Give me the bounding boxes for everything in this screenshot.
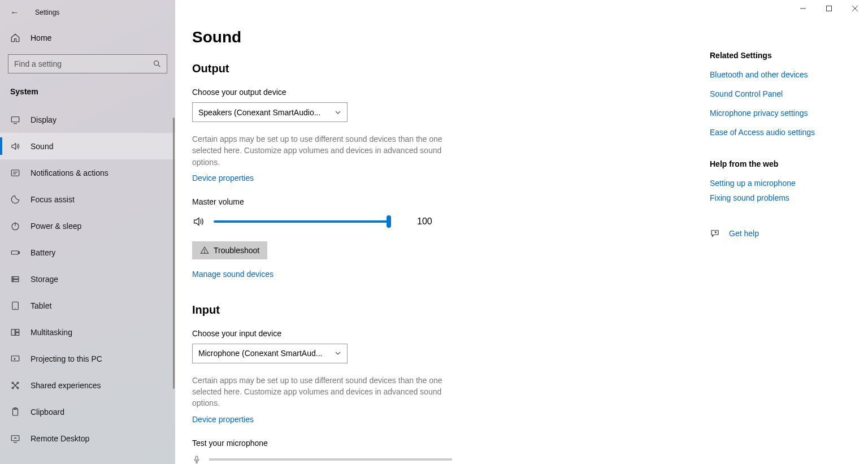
manage-sound-devices-link[interactable]: Manage sound devices xyxy=(192,270,274,279)
warning-icon xyxy=(200,246,209,255)
search-icon xyxy=(153,59,162,68)
sidebar-item-label: Remote Desktop xyxy=(31,434,89,443)
related-link-mic-privacy[interactable]: Microphone privacy settings xyxy=(710,109,857,118)
svg-point-13 xyxy=(13,277,14,277)
sidebar-item-label: Tablet xyxy=(31,301,51,310)
focus-assist-icon xyxy=(10,194,20,205)
mic-level-bar xyxy=(209,458,452,461)
sidebar-item-storage[interactable]: Storage xyxy=(0,266,175,292)
home-icon xyxy=(10,33,20,43)
get-help-link[interactable]: Get help xyxy=(729,229,759,238)
help-heading: Help from the web xyxy=(710,159,857,168)
chevron-down-icon xyxy=(335,350,341,357)
svg-rect-10 xyxy=(19,251,20,253)
related-link-bluetooth[interactable]: Bluetooth and other devices xyxy=(710,70,857,79)
master-volume-label: Master volume xyxy=(192,197,710,206)
sidebar-item-tablet[interactable]: Tablet xyxy=(0,292,175,319)
sidebar-item-multitasking[interactable]: Multitasking xyxy=(0,319,175,345)
sidebar-nav: Display Sound Notifications & actions Fo… xyxy=(0,106,175,452)
svg-rect-4 xyxy=(11,170,19,176)
svg-rect-17 xyxy=(11,329,15,335)
troubleshoot-label: Troubleshoot xyxy=(214,246,259,255)
output-note: Certain apps may be set up to use differ… xyxy=(192,133,446,168)
output-device-value: Speakers (Conexant SmartAudio... xyxy=(198,108,320,117)
svg-rect-18 xyxy=(16,329,19,332)
sidebar-item-label: Multitasking xyxy=(31,328,72,337)
input-device-properties-link[interactable]: Device properties xyxy=(192,415,254,424)
sidebar-item-projecting[interactable]: Projecting to this PC xyxy=(0,345,175,372)
sidebar-group-label: System xyxy=(0,81,175,106)
svg-rect-19 xyxy=(16,332,19,335)
output-heading: Output xyxy=(192,62,710,75)
sidebar-item-label: Shared experiences xyxy=(31,381,101,390)
window-maximize[interactable] xyxy=(816,0,842,17)
window-minimize[interactable] xyxy=(790,0,816,17)
storage-icon xyxy=(10,274,20,284)
master-volume-value: 100 xyxy=(417,216,432,227)
sidebar-item-focus-assist[interactable]: Focus assist xyxy=(0,186,175,213)
svg-point-0 xyxy=(154,61,159,66)
troubleshoot-button[interactable]: Troubleshoot xyxy=(192,241,267,259)
sidebar-item-battery[interactable]: Battery xyxy=(0,239,175,266)
test-mic-label: Test your microphone xyxy=(192,439,710,448)
help-link-fixing-sound[interactable]: Fixing sound problems xyxy=(710,193,857,202)
svg-rect-29 xyxy=(11,435,19,440)
svg-rect-37 xyxy=(196,456,198,460)
sidebar-item-shared-experiences[interactable]: Shared experiences xyxy=(0,372,175,398)
sidebar-item-label: Battery xyxy=(31,248,55,257)
sidebar-item-display[interactable]: Display xyxy=(0,106,175,133)
sidebar-item-notifications[interactable]: Notifications & actions xyxy=(0,159,175,186)
sidebar-item-label: Notifications & actions xyxy=(31,168,108,177)
input-heading: Input xyxy=(192,303,710,316)
sidebar-item-label: Power & sleep xyxy=(31,222,81,231)
sound-icon xyxy=(10,141,20,151)
related-link-ease-of-access[interactable]: Ease of Access audio settings xyxy=(710,128,857,137)
sidebar-item-remote-desktop[interactable]: Remote Desktop xyxy=(0,425,175,452)
sidebar-item-label: Projecting to this PC xyxy=(31,354,102,363)
svg-point-36 xyxy=(204,252,205,253)
page-title: Sound xyxy=(192,28,710,46)
master-volume-slider[interactable] xyxy=(214,220,389,223)
input-device-combo[interactable]: Microphone (Conexant SmartAud... xyxy=(192,344,348,363)
output-device-label: Choose your output device xyxy=(192,88,710,97)
clipboard-icon xyxy=(10,407,20,417)
sidebar-scrollbar[interactable] xyxy=(173,118,175,389)
sidebar: ← Settings Home System Display Sound Not… xyxy=(0,0,175,464)
sidebar-home[interactable]: Home xyxy=(0,25,175,51)
related-panel: Related Settings Bluetooth and other dev… xyxy=(710,0,868,464)
sidebar-item-label: Display xyxy=(31,115,57,124)
search-input[interactable] xyxy=(8,54,167,73)
get-help-icon xyxy=(710,228,720,238)
svg-rect-32 xyxy=(827,6,832,11)
svg-line-1 xyxy=(158,65,160,67)
back-button[interactable]: ← xyxy=(10,7,19,18)
get-help-row[interactable]: Get help xyxy=(710,228,857,238)
svg-rect-9 xyxy=(11,251,18,254)
tablet-icon xyxy=(10,301,20,311)
remote-desktop-icon xyxy=(10,433,20,444)
chevron-down-icon xyxy=(335,109,341,116)
sidebar-item-label: Storage xyxy=(31,275,58,284)
input-device-label: Choose your input device xyxy=(192,329,710,338)
svg-point-14 xyxy=(13,280,14,281)
related-link-sound-control-panel[interactable]: Sound Control Panel xyxy=(710,89,857,98)
window-close[interactable] xyxy=(842,0,868,17)
window-controls xyxy=(790,0,868,17)
volume-icon xyxy=(192,215,205,228)
notifications-icon xyxy=(10,168,20,178)
output-device-properties-link[interactable]: Device properties xyxy=(192,174,254,183)
sidebar-item-clipboard[interactable]: Clipboard xyxy=(0,398,175,425)
input-note: Certain apps may be set up to use differ… xyxy=(192,375,446,409)
input-device-value: Microphone (Conexant SmartAud... xyxy=(198,349,322,358)
microphone-icon xyxy=(192,453,201,464)
sidebar-item-sound[interactable]: Sound xyxy=(0,133,175,159)
app-title: Settings xyxy=(35,8,59,16)
shared-experiences-icon xyxy=(10,380,20,391)
svg-rect-2 xyxy=(11,116,19,122)
battery-icon xyxy=(10,248,20,258)
sidebar-item-power-sleep[interactable]: Power & sleep xyxy=(0,213,175,239)
help-link-setup-mic[interactable]: Setting up a microphone xyxy=(710,179,857,188)
output-device-combo[interactable]: Speakers (Conexant SmartAudio... xyxy=(192,102,348,122)
slider-thumb[interactable] xyxy=(387,215,391,228)
content: Sound Output Choose your output device S… xyxy=(175,0,710,464)
